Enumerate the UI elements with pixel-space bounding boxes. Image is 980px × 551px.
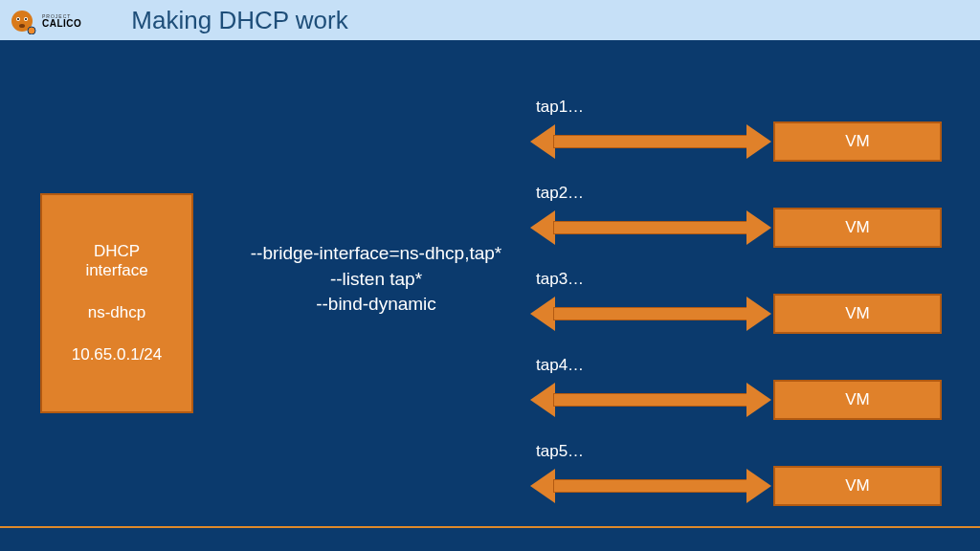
config-line-1: --bridge-interface=ns-dhcp,tap* (228, 241, 524, 267)
slide-body: DHCP interface ns-dhcp 10.65.0.1/24 --br… (0, 40, 980, 551)
tap-interfaces-column: tap1…VMtap2…VMtap3…VMtap4…VMtap5…VM (536, 98, 942, 507)
tap-label: tap1… (536, 98, 942, 117)
tap-label: tap5… (536, 442, 942, 461)
dhcp-label-2: ns-dhcp (88, 303, 145, 322)
tap-line: VM (536, 465, 942, 507)
calico-beaver-icon (8, 6, 36, 34)
tap-line: VM (536, 121, 942, 163)
tap-row-2: tap2…VM (536, 184, 942, 249)
vm-box: VM (773, 380, 942, 420)
brand-name: CALICO (42, 19, 81, 28)
tap-row-3: tap3…VM (536, 270, 942, 335)
svg-point-4 (25, 18, 27, 20)
config-line-3: --bind-dynamic (228, 292, 524, 318)
tap-label: tap2… (536, 184, 942, 203)
double-arrow-icon (536, 304, 766, 323)
tap-row-1: tap1…VM (536, 98, 942, 163)
tap-line: VM (536, 379, 942, 421)
tap-line: VM (536, 293, 942, 335)
footer-divider (0, 526, 980, 528)
vm-box: VM (773, 208, 942, 248)
config-line-2: --listen tap* (228, 267, 524, 293)
svg-point-5 (19, 24, 25, 28)
slide-header: PROJECT CALICO Making DHCP work (0, 0, 980, 40)
vm-box: VM (773, 466, 942, 506)
dnsmasq-config-text: --bridge-interface=ns-dhcp,tap* --listen… (228, 241, 524, 318)
double-arrow-icon (536, 390, 766, 409)
tap-label: tap3… (536, 270, 942, 289)
dhcp-interface-box: DHCP interface ns-dhcp 10.65.0.1/24 (40, 193, 193, 413)
tap-row-5: tap5…VM (536, 442, 942, 507)
vm-box: VM (773, 121, 942, 162)
tap-line: VM (536, 207, 942, 249)
dhcp-label-3: 10.65.0.1/24 (72, 345, 163, 364)
double-arrow-icon (536, 476, 766, 496)
calico-logo: PROJECT CALICO (8, 6, 81, 34)
slide-title: Making DHCP work (131, 6, 347, 35)
double-arrow-icon (536, 218, 766, 237)
double-arrow-icon (536, 132, 766, 151)
dhcp-label-1: DHCP interface (85, 242, 147, 280)
svg-point-6 (28, 27, 35, 34)
tap-label: tap4… (536, 356, 942, 375)
tap-row-4: tap4…VM (536, 356, 942, 421)
svg-point-3 (17, 18, 19, 20)
vm-box: VM (773, 294, 942, 334)
